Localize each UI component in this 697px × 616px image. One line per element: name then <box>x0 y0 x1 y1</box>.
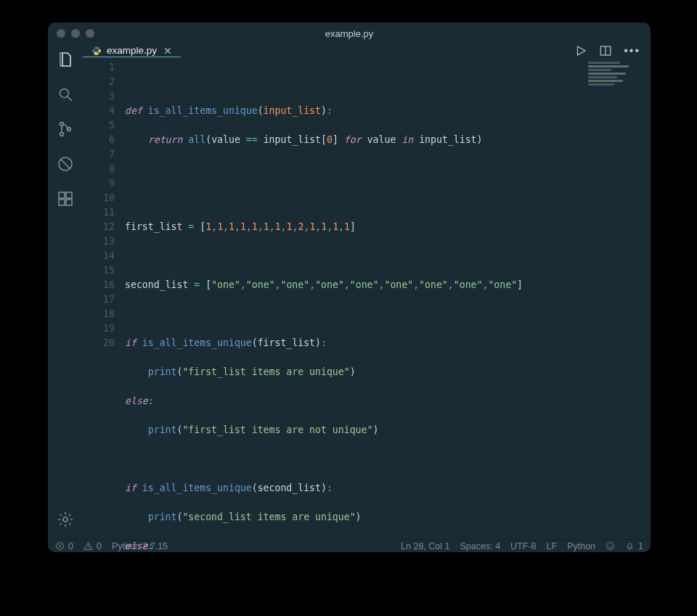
status-errors[interactable]: 0 <box>55 541 73 551</box>
svg-rect-7 <box>59 192 65 198</box>
svg-line-1 <box>68 96 72 101</box>
title-bar: example.py <box>48 22 651 44</box>
source-control-icon[interactable] <box>56 120 75 139</box>
svg-point-0 <box>60 89 69 98</box>
window-close-button[interactable] <box>57 29 65 38</box>
more-actions-icon[interactable]: ••• <box>624 44 640 57</box>
tab-label: example.py <box>107 45 157 56</box>
svg-rect-9 <box>59 200 65 205</box>
line-gutter: 1234567891011121314151617181920 <box>83 60 125 552</box>
explorer-icon[interactable] <box>56 50 75 69</box>
svg-rect-10 <box>66 200 72 205</box>
split-editor-icon[interactable] <box>599 44 612 57</box>
editor-window: example.py <box>48 22 651 552</box>
editor-actions: ••• <box>574 44 651 57</box>
run-icon[interactable] <box>574 44 587 57</box>
code-content[interactable]: def is_all_items_unique(input_list): ret… <box>125 60 523 552</box>
svg-point-2 <box>60 123 64 126</box>
extensions-icon[interactable] <box>56 189 75 208</box>
svg-marker-12 <box>578 46 586 55</box>
editor-tabs: example.py ✕ ••• <box>83 44 651 57</box>
tab-close-icon[interactable]: ✕ <box>163 45 172 57</box>
error-icon <box>55 541 65 551</box>
window-zoom-button[interactable] <box>86 29 94 38</box>
window-minimize-button[interactable] <box>71 29 80 38</box>
settings-gear-icon[interactable] <box>56 510 75 529</box>
window-controls <box>57 29 94 38</box>
activity-bar <box>48 44 83 539</box>
svg-rect-8 <box>66 192 72 198</box>
window-title: example.py <box>48 28 651 39</box>
search-icon[interactable] <box>56 85 75 104</box>
svg-point-3 <box>60 133 64 136</box>
code-editor[interactable]: 1234567891011121314151617181920 def is_a… <box>83 57 651 552</box>
tab-example-py[interactable]: example.py ✕ <box>83 44 181 57</box>
debug-icon[interactable] <box>56 155 75 173</box>
minimap[interactable] <box>588 62 646 105</box>
python-file-icon <box>91 46 102 56</box>
svg-line-6 <box>61 160 70 168</box>
svg-point-11 <box>63 517 68 522</box>
